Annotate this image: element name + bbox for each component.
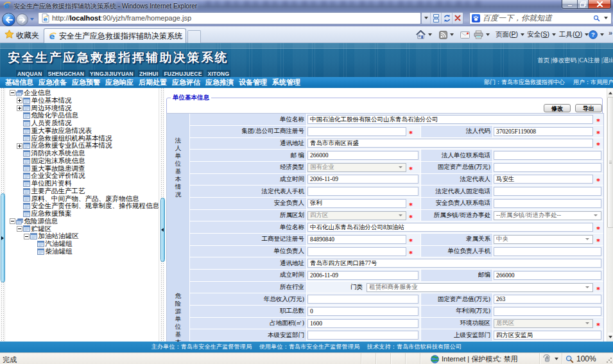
form-input[interactable] [307,187,419,196]
banner-link[interactable]: |CA注册 [576,57,600,64]
menu-item[interactable]: 系统管理 [272,78,300,87]
export-button[interactable]: 导出 [575,104,602,112]
form-select[interactable]: 中央 [494,235,593,244]
protected-mode-control[interactable] [542,354,558,363]
tree-expander-icon[interactable] [24,234,30,239]
stop-button[interactable] [452,13,463,24]
home-button[interactable] [416,28,432,41]
minimize-button[interactable] [562,0,578,8]
expand-box-icon[interactable] [17,105,22,111]
maximize-button[interactable] [578,0,589,8]
left-splitter[interactable] [0,88,5,342]
form-input[interactable] [307,259,601,268]
form-input[interactable] [307,295,419,304]
tree-node-label[interactable]: 安全生产责任制、规章制度、操作规程信息 [31,202,159,210]
menu-item[interactable]: 应急预警 [72,78,100,87]
left-collapse-handle[interactable] [1,193,5,282]
url-text[interactable]: http://localhost:90/yjzh/frame/homepage.… [52,14,420,22]
content-scrollbar[interactable] [607,88,613,342]
collapse-box-icon[interactable] [10,90,15,96]
back-button[interactable] [2,13,15,26]
form-input[interactable] [307,319,419,328]
address-bar[interactable]: e http://localhost:90/yjzh/frame/homepag… [38,12,421,24]
tree-node-label[interactable]: 重大事故应急情况表 [31,127,92,135]
protected-mode-dropdown-icon[interactable] [555,358,558,360]
tools-menu[interactable]: 工具(O) [559,28,589,41]
tree-node-label[interactable]: 固定泡沫系统信息 [31,157,85,165]
tree-node-label[interactable]: 危险化学品信息 [31,112,79,119]
tree-node-label[interactable]: 单位基本情况 [31,97,72,105]
tree-node-label[interactable]: 贮罐区 [31,225,52,233]
form-input[interactable] [307,151,419,160]
expand-box-icon[interactable] [17,98,22,103]
form-input[interactable] [307,331,419,340]
tree-node-label[interactable]: 消防供水系统信息 [31,150,85,157]
form-input[interactable] [494,199,601,208]
refresh-button[interactable] [441,13,452,24]
tree-node-label[interactable]: 重大事故隐患调查 [31,165,85,173]
form-input[interactable] [307,175,419,184]
banner-links[interactable]: 首页 |修改密码 |CA注册 |退出 [537,56,613,65]
tree-node-label[interactable]: 汽油罐组 [46,240,73,248]
address-dropdown-button[interactable] [422,13,430,24]
tree-node-label[interactable]: 单位图片资料 [31,180,72,187]
tree-node-label[interactable]: 主要产品生产工艺 [31,187,85,195]
menu-item[interactable]: 应急评估 [172,78,200,87]
form-input[interactable] [494,127,593,136]
search-placeholder[interactable]: 百度一下，你就知道 [483,13,593,24]
menu-item[interactable]: 基础信息 [5,78,33,87]
form-input[interactable] [494,151,601,160]
tree-node-label[interactable]: 应急救援预案 [31,210,72,218]
form-input[interactable] [494,163,601,172]
form-input[interactable] [307,139,593,148]
help-menu[interactable]: ? [589,28,604,41]
resize-grip[interactable] [606,357,612,363]
form-input[interactable] [494,295,601,304]
form-select[interactable]: 租赁和商务服务业 [367,283,593,292]
read-mail-button[interactable] [460,28,470,41]
close-button[interactable] [589,0,610,8]
safety-menu[interactable]: 安全(S) [527,28,556,41]
tree-expander-icon[interactable] [10,90,16,96]
feeds-button[interactable] [439,28,454,41]
tree-node-label[interactable]: 企业信息 [24,89,51,97]
print-dropdown-icon[interactable] [486,33,490,36]
banner-link[interactable]: |退出 [600,57,613,64]
tree-expander-icon[interactable] [17,98,23,103]
scrollbar-thumb[interactable] [607,97,613,228]
tree-node-label[interactable]: 人员资质情况 [31,119,72,127]
tree-node-label[interactable]: 危险源信息 [24,218,58,225]
form-input[interactable] [307,271,419,280]
search-options-dropdown-icon[interactable] [604,17,608,19]
menu-item[interactable]: 后期处置 [139,78,167,87]
home-dropdown-icon[interactable] [428,33,432,36]
form-input[interactable] [494,271,601,280]
search-magnifier-icon[interactable] [593,15,600,22]
tree-expander-icon[interactable] [17,143,23,149]
tree-expander-icon[interactable] [17,105,23,111]
tree-node-label[interactable]: 应急救援专业队伍基本情况 [31,142,112,150]
feeds-dropdown-icon[interactable] [450,33,454,36]
form-input[interactable] [494,175,593,184]
menu-item[interactable]: 应急响应 [105,78,134,87]
form-input[interactable] [494,187,601,196]
form-input[interactable] [307,223,593,232]
banner-link[interactable]: |修改密码 [549,57,576,64]
menu-item[interactable]: 应急推演 [205,78,234,87]
form-input[interactable] [307,199,406,208]
modify-button[interactable]: 修改 [544,104,571,112]
banner-link[interactable]: 首页 [537,57,549,64]
form-input[interactable] [494,247,601,256]
menu-item[interactable]: 设备管理 [239,78,267,87]
page-menu[interactable]: 页面(P) [496,28,524,41]
form-select[interactable]: --所属乡镇/街道办事处-- [494,211,601,220]
collapse-box-icon[interactable] [10,218,15,224]
tree-expander-icon[interactable] [17,226,23,232]
forward-button[interactable] [16,13,28,26]
collapse-box-icon[interactable] [24,234,30,239]
scroll-up-button[interactable] [607,89,613,97]
tree-expander-icon[interactable] [10,218,16,224]
form-input[interactable] [494,307,601,316]
form-input[interactable] [307,247,406,256]
form-input[interactable] [307,307,419,316]
